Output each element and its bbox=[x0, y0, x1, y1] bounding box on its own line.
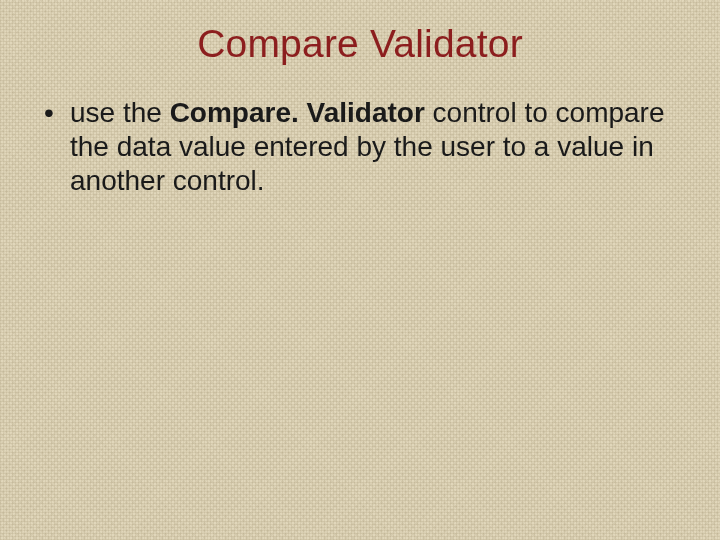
bullet-list: use the Compare. Validator control to co… bbox=[36, 96, 668, 198]
slide-title: Compare Validator bbox=[0, 0, 720, 66]
bullet-text-prefix: use the bbox=[70, 97, 170, 128]
slide-body: use the Compare. Validator control to co… bbox=[0, 66, 720, 198]
list-item: use the Compare. Validator control to co… bbox=[36, 96, 668, 198]
slide: Compare Validator use the Compare. Valid… bbox=[0, 0, 720, 540]
bullet-text-bold: Compare. Validator bbox=[170, 97, 425, 128]
